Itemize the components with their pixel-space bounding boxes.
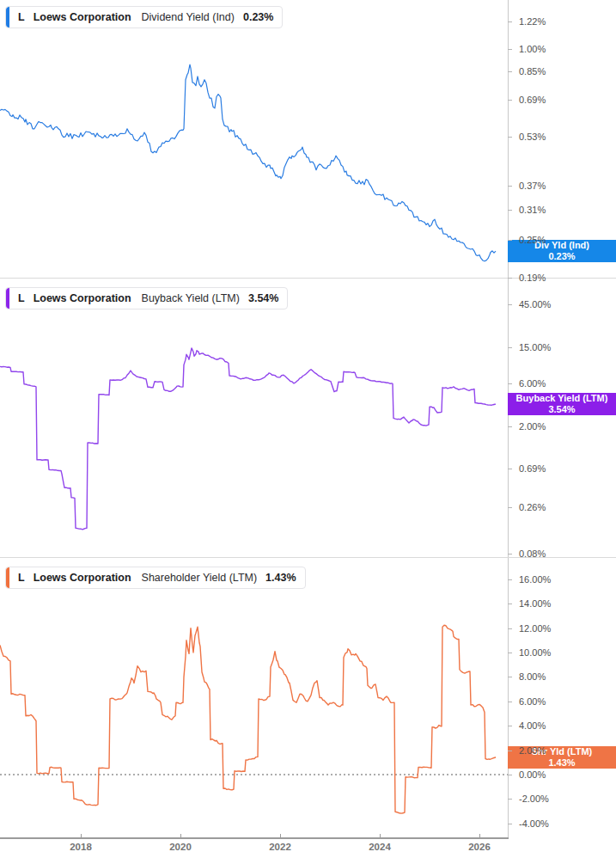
y-tick-mark (508, 210, 512, 211)
header-pill-shareholder-yield[interactable]: L Loews Corporation Shareholder Yield (L… (5, 567, 306, 589)
x-axis-label: 2026 (468, 842, 491, 852)
y-tick-label: 14.00% (519, 597, 551, 610)
y-tick-mark (508, 426, 512, 427)
metric-value: 0.23% (243, 11, 273, 23)
x-axis-label: 2020 (169, 842, 192, 852)
y-tick-label: 16.00% (519, 573, 551, 585)
x-tick-mark (81, 834, 82, 837)
accent-bar (6, 7, 9, 28)
company-name: Loews Corporation (34, 572, 131, 584)
company-name: Loews Corporation (34, 292, 131, 304)
y-tick-label: 0.00% (519, 769, 546, 781)
y-tick-label: -2.00% (519, 793, 549, 805)
badge-line2: 0.23% (508, 251, 616, 262)
series-line-dividend-yield (0, 64, 496, 261)
y-tick-label: 8.00% (519, 671, 546, 683)
y-tick-label: 2.00% (519, 745, 546, 757)
y-tick-mark (508, 726, 512, 726)
y-tick-label: 4.00% (519, 720, 546, 732)
y-tick-mark (508, 49, 512, 50)
y-tick-label: 45.00% (519, 298, 551, 310)
x-tick-mark (180, 834, 181, 837)
x-axis-label: 2024 (369, 842, 391, 852)
badge-line1: Buyback Yield (LTM) (508, 393, 616, 404)
y-tick-mark (508, 799, 512, 800)
series-line-buyback-yield (0, 348, 496, 530)
y-tick-mark (508, 507, 512, 508)
x-axis-line (0, 837, 509, 839)
chart-plot-area-dividend-yield[interactable] (0, 0, 508, 278)
metric-value: 1.43% (265, 572, 296, 584)
y-tick-mark (508, 554, 512, 555)
y-tick-mark (508, 702, 512, 702)
metric-name: Shareholder Yield (LTM) (142, 572, 258, 584)
y-tick-mark (508, 824, 512, 824)
y-tick-label: 0.37% (519, 180, 546, 192)
y-tick-mark (508, 278, 512, 279)
y-tick-label: 0.31% (519, 204, 546, 216)
y-tick-mark (508, 677, 512, 677)
y-tick-label: -4.00% (519, 818, 549, 830)
y-tick-mark (508, 604, 512, 604)
right-price-axis[interactable]: Div Yld (Ind) 0.23% Buyback Yield (LTM) … (508, 0, 616, 837)
y-tick-label: 0.69% (519, 94, 546, 106)
y-tick-mark (508, 751, 512, 751)
y-tick-mark (508, 186, 512, 187)
y-tick-label: 0.26% (519, 501, 546, 513)
header-pill-dividend-yield[interactable]: L Loews Corporation Dividend Yield (Ind)… (5, 6, 283, 28)
y-tick-mark (508, 775, 512, 775)
y-tick-label: 0.53% (519, 131, 546, 143)
y-tick-mark (508, 21, 512, 22)
y-tick-mark (508, 469, 512, 469)
x-tick-mark (479, 834, 480, 837)
series-line-shareholder-yield (0, 625, 496, 813)
y-tick-label: 6.00% (519, 377, 546, 389)
metric-value: 3.54% (248, 292, 278, 304)
y-tick-label: 1.00% (519, 43, 546, 55)
y-tick-label: 0.19% (519, 272, 546, 284)
y-tick-label: 0.25% (519, 234, 546, 246)
axis-line (508, 0, 509, 837)
y-tick-label: 12.00% (519, 622, 551, 634)
y-tick-mark (508, 653, 512, 653)
ticker-label: L (18, 292, 25, 304)
y-tick-mark (508, 383, 512, 384)
badge-line2: 3.54% (508, 404, 616, 415)
x-tick-mark (280, 834, 281, 837)
y-tick-label: 2.00% (519, 420, 546, 432)
metric-name: Buyback Yield (LTM) (142, 292, 240, 304)
chart-plot-area-buyback-yield[interactable] (0, 278, 508, 557)
accent-bar (6, 288, 9, 309)
y-tick-label: 0.08% (519, 548, 546, 560)
x-axis-label: 2022 (269, 842, 291, 852)
y-tick-mark (508, 240, 512, 241)
y-tick-label: 15.00% (519, 341, 551, 353)
y-tick-label: 0.69% (519, 463, 546, 475)
ticker-label: L (18, 11, 25, 23)
chart-plot-area-shareholder-yield[interactable] (0, 557, 508, 837)
y-tick-mark (508, 137, 512, 138)
y-tick-label: 10.00% (519, 646, 551, 659)
y-tick-mark (508, 579, 512, 580)
y-tick-mark (508, 71, 512, 72)
y-tick-label: 0.85% (519, 65, 546, 77)
y-tick-mark (508, 628, 512, 629)
header-pill-buyback-yield[interactable]: L Loews Corporation Buyback Yield (LTM) … (5, 287, 288, 309)
y-tick-label: 1.22% (519, 15, 546, 28)
chart-app: L Loews Corporation Dividend Yield (Ind)… (0, 0, 616, 864)
accent-bar (6, 567, 9, 588)
company-name: Loews Corporation (34, 11, 131, 23)
ticker-label: L (18, 572, 25, 584)
plot-stack (0, 0, 508, 837)
x-axis-label: 2018 (70, 842, 92, 852)
x-time-axis[interactable]: 20182020202220242026 (0, 837, 616, 864)
x-tick-mark (380, 834, 381, 837)
badge-line2: 1.43% (508, 757, 616, 769)
metric-name: Dividend Yield (Ind) (142, 11, 235, 23)
y-tick-mark (508, 347, 512, 348)
y-tick-mark (508, 100, 512, 101)
y-tick-label: 6.00% (519, 695, 546, 708)
axis-badge-buyback-yield: Buyback Yield (LTM) 3.54% (508, 393, 616, 415)
y-tick-mark (508, 304, 512, 305)
